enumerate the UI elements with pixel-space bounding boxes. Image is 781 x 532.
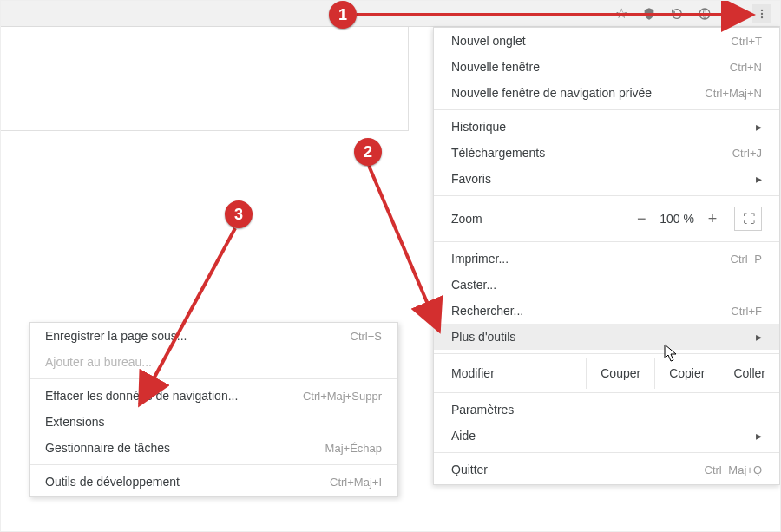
menu-item-shortcut: Ctrl+P xyxy=(731,253,762,266)
menu-item-label: Gestionnaire de tâches xyxy=(45,441,170,455)
zoom-out-button[interactable]: − xyxy=(630,207,653,230)
menu-item-label: Extensions xyxy=(45,415,104,429)
menu-more-tools[interactable]: Plus d'outils ▸ xyxy=(434,324,779,350)
menu-cast[interactable]: Caster... xyxy=(434,272,779,298)
svg-point-2 xyxy=(761,12,763,14)
edit-label: Modifier xyxy=(434,358,512,389)
cut-button[interactable]: Couper xyxy=(586,358,654,389)
menu-item-label: Quitter xyxy=(451,463,488,476)
globe-icon[interactable] xyxy=(697,6,712,22)
menu-item-label: Plus d'outils xyxy=(451,330,515,344)
menu-item-label: Imprimer... xyxy=(451,252,509,266)
menu-item-shortcut: Ctrl+Maj+N xyxy=(705,87,762,100)
more-tools-submenu: Enregistrer la page sous... Ctrl+S Ajout… xyxy=(29,322,398,497)
fullscreen-icon: ⛶ xyxy=(743,212,753,226)
menu-item-label: Aide xyxy=(451,429,476,443)
menu-item-label: Enregistrer la page sous... xyxy=(45,329,187,343)
chevron-right-icon: ▸ xyxy=(756,172,762,186)
zoom-in-button[interactable]: + xyxy=(701,207,724,230)
submenu-dev-tools[interactable]: Outils de développement Ctrl+Maj+I xyxy=(30,469,397,495)
submenu-task-manager[interactable]: Gestionnaire de tâches Maj+Échap xyxy=(30,435,397,461)
menu-print[interactable]: Imprimer... Ctrl+P xyxy=(434,246,779,272)
main-menu: Nouvel onglet Ctrl+T Nouvelle fenêtre Ct… xyxy=(433,27,780,485)
menu-quit[interactable]: Quitter Ctrl+Maj+Q xyxy=(434,456,779,483)
chevron-right-icon: ▸ xyxy=(756,429,762,443)
key-icon[interactable] xyxy=(725,6,740,22)
menu-item-label: Nouvelle fenêtre xyxy=(451,60,540,74)
menu-help[interactable]: Aide ▸ xyxy=(434,423,779,449)
menu-item-label: Ajouter au bureau... xyxy=(45,355,152,369)
menu-item-shortcut: Ctrl+J xyxy=(732,147,762,160)
menu-zoom: Zoom − 100 % + ⛶ xyxy=(434,200,779,238)
menu-item-label: Caster... xyxy=(451,278,496,292)
annotation-badge-3: 3 xyxy=(225,200,253,228)
chevron-right-icon: ▸ xyxy=(756,120,762,134)
menu-separator xyxy=(30,378,397,379)
svg-point-3 xyxy=(761,16,763,17)
menu-item-label: Téléchargements xyxy=(451,146,545,160)
menu-item-shortcut: Ctrl+F xyxy=(731,305,762,318)
chevron-right-icon: ▸ xyxy=(756,330,762,344)
menu-item-shortcut: Ctrl+Maj+Suppr xyxy=(303,390,382,403)
menu-history[interactable]: Historique ▸ xyxy=(434,114,779,140)
menu-downloads[interactable]: Téléchargements Ctrl+J xyxy=(434,140,779,166)
browser-toolbar: ☆ xyxy=(1,1,780,27)
menu-separator xyxy=(434,195,779,196)
menu-edit: Modifier Couper Copier Coller xyxy=(434,358,779,389)
menu-separator xyxy=(434,392,779,393)
zoom-label: Zoom xyxy=(451,212,482,226)
menu-settings[interactable]: Paramètres xyxy=(434,397,779,423)
menu-find[interactable]: Rechercher... Ctrl+F xyxy=(434,298,779,324)
zoom-value: 100 % xyxy=(660,212,694,226)
menu-item-shortcut: Ctrl+N xyxy=(730,61,762,74)
annotation-badge-2: 2 xyxy=(354,138,382,166)
menu-item-label: Outils de développement xyxy=(45,475,180,489)
submenu-clear-browsing-data[interactable]: Effacer les données de navigation... Ctr… xyxy=(30,383,397,409)
submenu-add-to-desktop: Ajouter au bureau... xyxy=(30,349,397,375)
menu-item-shortcut: Ctrl+Maj+Q xyxy=(705,463,762,476)
menu-separator xyxy=(434,452,779,453)
menu-item-label: Effacer les données de navigation... xyxy=(45,389,238,403)
paste-button[interactable]: Coller xyxy=(719,358,779,389)
menu-item-label: Favoris xyxy=(451,172,491,186)
menu-item-label: Historique xyxy=(451,120,506,134)
fullscreen-button[interactable]: ⛶ xyxy=(734,207,762,231)
menu-bookmarks[interactable]: Favoris ▸ xyxy=(434,166,779,192)
menu-item-shortcut: Ctrl+Maj+I xyxy=(330,476,382,489)
menu-item-label: Rechercher... xyxy=(451,304,523,318)
svg-line-5 xyxy=(369,166,439,331)
menu-item-label: Nouvel onglet xyxy=(451,34,526,48)
annotation-badge-1: 1 xyxy=(329,1,357,29)
menu-new-incognito[interactable]: Nouvelle fenêtre de navigation privée Ct… xyxy=(434,80,779,106)
menu-item-shortcut: Maj+Échap xyxy=(325,442,382,455)
menu-item-label: Paramètres xyxy=(451,403,514,417)
svg-point-1 xyxy=(761,9,763,10)
menu-item-shortcut: Ctrl+S xyxy=(351,330,382,343)
menu-item-label: Nouvelle fenêtre de navigation privée xyxy=(451,86,652,100)
menu-separator xyxy=(434,241,779,242)
menu-new-window[interactable]: Nouvelle fenêtre Ctrl+N xyxy=(434,54,779,80)
submenu-save-page-as[interactable]: Enregistrer la page sous... Ctrl+S xyxy=(30,323,397,349)
more-options-button[interactable] xyxy=(752,4,771,23)
menu-separator xyxy=(30,464,397,465)
menu-item-shortcut: Ctrl+T xyxy=(731,35,762,48)
shield-icon[interactable] xyxy=(641,6,657,22)
mouse-cursor-icon xyxy=(664,344,678,363)
star-icon[interactable]: ☆ xyxy=(614,6,629,22)
page-content xyxy=(1,27,409,131)
refresh-icon[interactable] xyxy=(669,6,685,22)
menu-separator xyxy=(434,353,779,354)
submenu-extensions[interactable]: Extensions xyxy=(30,409,397,435)
menu-separator xyxy=(434,109,779,110)
menu-new-tab[interactable]: Nouvel onglet Ctrl+T xyxy=(434,28,779,54)
